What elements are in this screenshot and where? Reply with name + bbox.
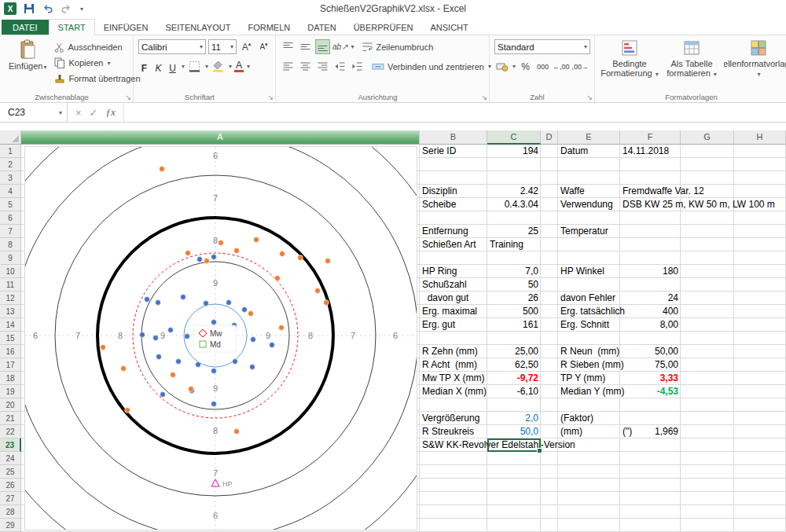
bold-button[interactable]: F — [138, 60, 150, 74]
cell-C11[interactable]: 50 — [487, 278, 541, 292]
align-center-button[interactable] — [298, 59, 313, 74]
format-as-table-button[interactable]: Als Tabelle formatieren ▾ — [662, 38, 722, 85]
cell-E21[interactable]: (Faktor) — [558, 412, 620, 425]
paste-button[interactable]: Einfügen▾ — [5, 38, 50, 90]
row-header-22[interactable]: 22 — [0, 425, 21, 438]
cell-C12[interactable]: 26 — [487, 292, 541, 305]
row-header-28[interactable]: 28 — [0, 505, 21, 519]
orientation-dropdown-icon[interactable]: ▾ — [351, 43, 354, 50]
cell-B8[interactable]: Schießen Art — [420, 238, 487, 251]
cell-E14[interactable]: Erg. Schnitt — [558, 318, 620, 332]
cell-E12[interactable]: davon Fehler — [558, 292, 620, 305]
cell-styles-button[interactable]: Zellenformatvorlagen ▾ — [724, 38, 786, 85]
font-color-button[interactable]: A — [234, 61, 244, 72]
name-box-dropdown-icon[interactable]: ▾ — [59, 109, 62, 116]
cell-F13[interactable]: 400 — [620, 305, 681, 318]
cell-B13[interactable]: Erg. maximal — [420, 305, 487, 318]
align-right-button[interactable] — [315, 59, 330, 74]
row-header-17[interactable]: 17 — [0, 358, 21, 372]
row-header-26[interactable]: 26 — [0, 479, 21, 492]
row-header-6[interactable]: 6 — [0, 211, 21, 225]
cell-C4[interactable]: 2.42 — [487, 185, 541, 198]
cell-E10[interactable]: HP Winkel — [558, 265, 620, 278]
cell-C19[interactable]: -6,10 — [487, 385, 541, 398]
row-header-23[interactable]: 23 — [0, 438, 21, 452]
cancel-button[interactable]: × — [75, 107, 82, 119]
align-bottom-button[interactable] — [315, 39, 330, 54]
row-header-3[interactable]: 3 — [0, 171, 21, 185]
cell-B7[interactable]: Entfernung — [420, 225, 487, 238]
cell-E7[interactable]: Temperatur — [558, 225, 620, 238]
number-dialog-launcher[interactable]: ↘ — [586, 94, 593, 101]
row-header-19[interactable]: 19 — [0, 385, 21, 398]
copy-dropdown-icon[interactable]: ▾ — [108, 60, 111, 67]
row-header-2[interactable]: 2 — [0, 158, 21, 171]
tab-datei[interactable]: DATEI — [2, 20, 49, 35]
cell-E22[interactable]: (mm) — [558, 425, 620, 438]
row-header-4[interactable]: 4 — [0, 185, 21, 198]
row-header-21[interactable]: 21 — [0, 412, 21, 425]
cell-F12[interactable]: 24 — [620, 292, 681, 305]
merge-center-button[interactable]: Verbinden und zentrieren▾ — [372, 61, 491, 73]
cell-B18[interactable]: Mw TP X (mm) — [420, 372, 487, 385]
cell-F14[interactable]: 8,00 — [620, 318, 681, 332]
alignment-dialog-launcher[interactable]: ↘ — [481, 94, 487, 101]
row-header-5[interactable]: 5 — [0, 198, 21, 211]
cell-C1[interactable]: 194 — [487, 145, 541, 158]
cell-C10[interactable]: 7,0 — [487, 265, 541, 278]
cell-F18[interactable]: 3,33 — [620, 372, 681, 385]
clipboard-dialog-launcher[interactable]: ↘ — [125, 94, 131, 101]
comma-style-button[interactable]: 000 — [535, 59, 550, 74]
underline-dropdown-icon[interactable]: ▾ — [182, 63, 185, 70]
row-header-12[interactable]: 12 — [0, 292, 21, 305]
decrease-decimal-button[interactable]: ,00→ — [572, 59, 590, 74]
cell-C13[interactable]: 500 — [487, 305, 541, 318]
align-left-button[interactable] — [281, 59, 296, 74]
increase-indent-button[interactable] — [350, 59, 365, 74]
formula-input[interactable] — [124, 103, 786, 122]
column-header-C[interactable]: C — [487, 130, 541, 145]
row-header-29[interactable]: 29 — [0, 519, 21, 532]
copy-button[interactable]: Kopieren▾ — [54, 57, 140, 69]
cell-B17[interactable]: R Acht (mm) — [420, 358, 487, 372]
paste-dropdown-icon[interactable]: ▾ — [43, 64, 46, 71]
cell-B10[interactable]: HP Ring — [420, 265, 487, 278]
cell-B19[interactable]: Median X (mm) — [420, 385, 487, 398]
tab-start[interactable]: START — [49, 19, 95, 35]
cell-E4[interactable]: Waffe — [558, 185, 620, 198]
row-header-11[interactable]: 11 — [0, 278, 21, 292]
cell-C14[interactable]: 161 — [487, 318, 541, 332]
orientation-button[interactable]: ab↗ — [332, 39, 348, 54]
target-chart[interactable]: 9999888877776666MwMdHP — [24, 146, 417, 530]
cell-F4[interactable]: Fremdwaffe Var. 12 — [620, 185, 681, 198]
cell-C21[interactable]: 2,0 — [487, 412, 541, 425]
align-top-button[interactable] — [281, 39, 296, 54]
row-header-15[interactable]: 15 — [0, 332, 21, 345]
cell-F17[interactable]: 75,00 — [620, 358, 681, 372]
cell-F10[interactable]: 180 — [620, 265, 681, 278]
column-header-G[interactable]: G — [681, 130, 734, 145]
cell-B14[interactable]: Erg. gut — [420, 318, 487, 332]
cell-B4[interactable]: Disziplin — [420, 185, 487, 198]
select-all-corner[interactable] — [0, 130, 21, 145]
row-header-9[interactable]: 9 — [0, 251, 21, 265]
cell-F5[interactable]: DSB KW 25 m, KW 50 m, LW 100 m — [620, 198, 681, 211]
insert-function-button[interactable]: ƒx — [106, 106, 116, 119]
row-header-20[interactable]: 20 — [0, 398, 21, 412]
tab-einfuegen[interactable]: EINFÜGEN — [95, 20, 157, 35]
row-header-1[interactable]: 1 — [0, 145, 21, 158]
cell-C7[interactable]: 25 — [487, 225, 541, 238]
cell-E1[interactable]: Datum — [558, 145, 620, 158]
name-box[interactable]: C23 ▾ — [0, 103, 68, 122]
underline-button[interactable]: U — [167, 60, 178, 74]
row-header-14[interactable]: 14 — [0, 318, 21, 332]
conditional-formatting-button[interactable]: Bedingte Formatierung ▾ — [600, 38, 659, 85]
align-middle-button[interactable] — [298, 39, 313, 54]
number-format-select[interactable]: Standard▾ — [494, 39, 590, 54]
tab-ueberpruefen[interactable]: ÜBERPRÜFEN — [345, 20, 422, 35]
cell-C18[interactable]: -9,72 — [487, 372, 541, 385]
row-header-8[interactable]: 8 — [0, 238, 21, 251]
cell-B23[interactable]: S&W KK-Revolver Edelstahl-Version — [420, 438, 487, 452]
font-name-select[interactable]: Calibri▾ — [138, 39, 206, 54]
cell-C8[interactable]: Training — [487, 238, 541, 251]
